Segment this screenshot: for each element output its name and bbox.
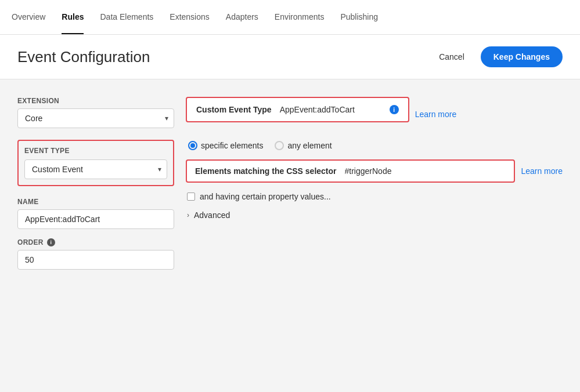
property-values-row: and having certain property values... <box>186 192 563 201</box>
property-values-checkbox[interactable] <box>187 193 195 201</box>
nav-environments[interactable]: Environments <box>275 1 325 34</box>
page-header: Event Configuration Cancel Keep Changes <box>0 35 580 79</box>
advanced-row[interactable]: › Advanced <box>186 210 563 220</box>
name-label: Name <box>17 198 174 206</box>
specific-elements-label: specific elements <box>201 141 263 150</box>
custom-event-type-label: Custom Event Type <box>196 105 272 114</box>
event-type-box: Event Type Custom Event ▾ <box>17 140 174 186</box>
extension-label: Extension <box>17 97 174 105</box>
css-selector-row: Elements matching the CSS selector Learn… <box>186 159 563 183</box>
specific-elements-radio[interactable] <box>188 141 197 150</box>
left-panel: Extension Core ▾ Event Type Custom Event… <box>17 97 174 384</box>
right-panel: Custom Event Type i Learn more specific … <box>186 97 563 384</box>
nav-publishing[interactable]: Publishing <box>340 1 378 34</box>
event-type-label: Event Type <box>24 147 167 155</box>
css-selector-box: Elements matching the CSS selector <box>186 159 515 183</box>
nav-rules[interactable]: Rules <box>62 1 84 34</box>
nav-data-elements[interactable]: Data Elements <box>100 1 153 34</box>
order-label-row: Order i <box>17 238 174 246</box>
advanced-label: Advanced <box>194 210 230 220</box>
custom-event-row: Custom Event Type i Learn more <box>186 97 563 132</box>
keep-changes-button[interactable]: Keep Changes <box>481 46 563 67</box>
header-actions: Cancel Keep Changes <box>431 46 563 67</box>
element-selector-radio-group: specific elements any element <box>186 141 563 150</box>
extension-select[interactable]: Core <box>17 108 174 128</box>
main-content: Extension Core ▾ Event Type Custom Event… <box>0 79 580 392</box>
custom-event-box: Custom Event Type i <box>186 97 409 122</box>
learn-more-1[interactable]: Learn more <box>415 110 457 119</box>
nav-extensions[interactable]: Extensions <box>170 1 209 34</box>
order-label: Order <box>17 238 44 246</box>
name-input[interactable] <box>17 209 174 229</box>
event-type-select-wrapper: Custom Event ▾ <box>24 159 167 179</box>
nav-adapters[interactable]: Adapters <box>226 1 258 34</box>
any-element-label: any element <box>287 141 332 150</box>
event-type-select[interactable]: Custom Event <box>24 159 167 179</box>
custom-event-info-icon: i <box>390 105 399 114</box>
css-selector-input[interactable] <box>345 166 506 176</box>
order-input[interactable] <box>17 250 174 270</box>
cancel-button[interactable]: Cancel <box>431 48 473 66</box>
css-selector-label: Elements matching the CSS selector <box>195 166 337 176</box>
learn-more-2[interactable]: Learn more <box>521 166 563 176</box>
any-element-option[interactable]: any element <box>275 141 332 150</box>
property-values-label: and having certain property values... <box>200 192 331 201</box>
top-navigation: Overview Rules Data Elements Extensions … <box>0 0 580 35</box>
any-element-radio[interactable] <box>275 141 284 150</box>
specific-elements-option[interactable]: specific elements <box>188 141 263 150</box>
order-info-icon: i <box>47 238 55 246</box>
nav-overview[interactable]: Overview <box>12 1 45 34</box>
custom-event-type-input[interactable] <box>280 105 381 114</box>
extension-select-wrapper: Core ▾ <box>17 108 174 128</box>
page-title: Event Configuration <box>17 48 150 66</box>
advanced-chevron-icon: › <box>187 211 189 219</box>
